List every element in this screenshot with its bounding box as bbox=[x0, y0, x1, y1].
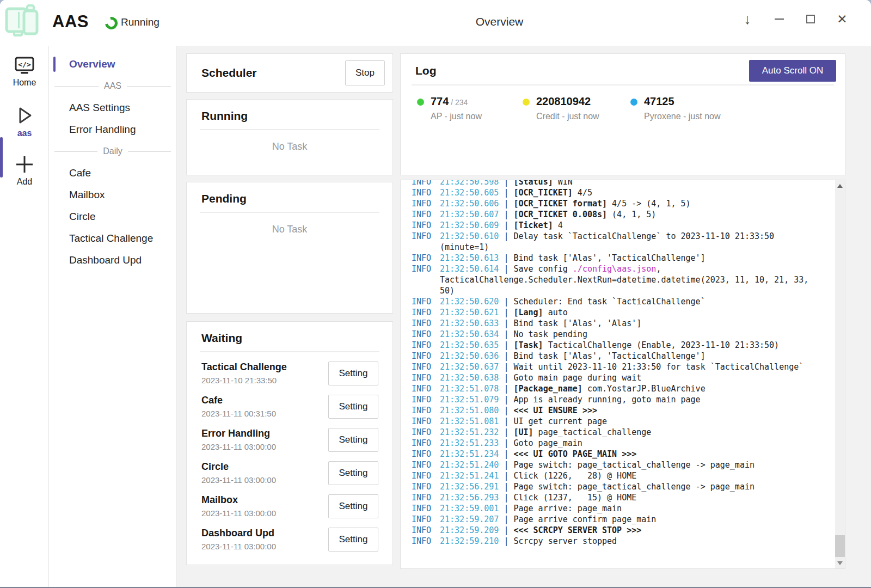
rail-item-add[interactable]: Add bbox=[0, 154, 49, 187]
pending-title: Pending bbox=[201, 192, 378, 205]
task-setting-button[interactable]: Setting bbox=[328, 362, 378, 385]
log-line: INFO21:32:51.232 | [UI] page_tactical_ch… bbox=[412, 427, 845, 438]
stat-ap: 774 / 234AP - just now bbox=[417, 95, 482, 121]
task-info: Circle2023-11-11 03:00:00 bbox=[201, 460, 276, 486]
log-level: INFO bbox=[412, 329, 440, 340]
log-level: INFO bbox=[412, 187, 440, 198]
log-segment: Click (1226, 28) @ HOME bbox=[513, 471, 636, 481]
maximize-icon[interactable] bbox=[803, 12, 818, 26]
stop-button[interactable]: Stop bbox=[345, 60, 385, 85]
task-setting-button[interactable]: Setting bbox=[328, 428, 378, 452]
log-scrollbar[interactable] bbox=[835, 180, 845, 568]
log-output[interactable]: INFO21:32:50.598 | [Status] WININFO21:32… bbox=[400, 180, 845, 569]
log-level: INFO bbox=[412, 209, 440, 220]
log-line: INFO21:32:50.613 | Bind task ['Alas', 'T… bbox=[412, 253, 845, 264]
log-separator: | bbox=[499, 253, 513, 263]
auto-scroll-button[interactable]: Auto Scroll ON bbox=[749, 60, 836, 82]
log-timestamp: 21:32:50.605 bbox=[440, 188, 499, 198]
log-segment: (4, 1, 5) bbox=[607, 210, 656, 219]
waiting-task-row-mailbox: Mailbox2023-11-11 03:00:00Setting bbox=[201, 489, 378, 523]
log-timestamp: 21:32:50.637 bbox=[440, 362, 499, 372]
stat-text: 774 / 234AP - just now bbox=[431, 95, 482, 121]
scroll-up-icon[interactable] bbox=[835, 181, 845, 190]
log-message: 21:32:50.606 | [OCR_TICKET format] 4/5 -… bbox=[440, 198, 810, 209]
scroll-down-icon[interactable] bbox=[835, 559, 845, 567]
log-lines: INFO21:32:50.598 | [Status] WININFO21:32… bbox=[412, 180, 845, 547]
log-level: INFO bbox=[412, 449, 440, 460]
task-setting-button[interactable]: Setting bbox=[328, 395, 378, 419]
task-setting-button[interactable]: Setting bbox=[328, 494, 378, 518]
log-timestamp: 21:32:51.233 bbox=[440, 438, 499, 448]
log-separator: | bbox=[499, 297, 513, 307]
log-timestamp: 21:32:59.209 bbox=[440, 525, 499, 535]
log-segment: <<< SCRCPY SERVER STOP >>> bbox=[513, 525, 641, 535]
log-segment: com.YostarJP.BlueArchive bbox=[582, 384, 706, 394]
log-timestamp: 21:32:50.598 bbox=[440, 180, 499, 187]
log-level: INFO bbox=[412, 220, 440, 231]
log-message: 21:32:51.080 | <<< UI ENSURE >>> bbox=[440, 405, 810, 416]
log-message: 21:32:50.614 | Save config ./config\aas.… bbox=[440, 264, 810, 296]
log-line: INFO21:32:50.636 | Bind task ['Alas', 'T… bbox=[412, 351, 845, 362]
rail-item-home[interactable]: </> Home bbox=[0, 56, 49, 88]
log-message: 21:32:56.293 | Click (1237, 15) @ HOME bbox=[440, 492, 810, 503]
close-icon[interactable]: ✕ bbox=[835, 12, 849, 26]
task-setting-button[interactable]: Setting bbox=[328, 528, 378, 552]
task-setting-button[interactable]: Setting bbox=[328, 461, 378, 485]
nav-item-tactical-challenge[interactable]: Tactical Challenge bbox=[49, 228, 176, 249]
waiting-task-row-error-handling: Error Handling2023-11-11 03:00:00Setting bbox=[201, 423, 378, 456]
minimize-icon[interactable] bbox=[772, 12, 786, 26]
running-empty-text: No Task bbox=[187, 141, 392, 152]
waiting-panel: Waiting Tactical Challenge2023-11-10 21:… bbox=[186, 321, 393, 565]
log-timestamp: 21:32:51.080 bbox=[440, 406, 499, 415]
log-separator: | bbox=[499, 264, 513, 274]
log-segment: Page switch: page_tactical_challenge -> … bbox=[513, 482, 755, 492]
nav-item-label: AAS Settings bbox=[69, 102, 130, 114]
log-separator: | bbox=[499, 329, 513, 339]
log-segment: Page switch: page_tactical_challenge -> … bbox=[513, 460, 755, 470]
nav-item-cafe[interactable]: Cafe bbox=[49, 162, 176, 184]
stat-dot-icon bbox=[630, 99, 637, 106]
waiting-task-row-cafe: Cafe2023-11-11 00:31:50Setting bbox=[201, 390, 378, 423]
log-level: INFO bbox=[412, 264, 440, 296]
log-level: INFO bbox=[412, 481, 440, 492]
nav-item-error-handling[interactable]: Error Handling bbox=[49, 119, 176, 140]
nav-item-label: Circle bbox=[69, 211, 96, 223]
log-message: 21:32:50.613 | Bind task ['Alas', 'Tacti… bbox=[440, 253, 810, 264]
nav-section-label: AAS bbox=[104, 81, 121, 91]
rail-item-aas[interactable]: aas bbox=[0, 104, 49, 138]
log-separator: | bbox=[499, 318, 513, 328]
log-message: 21:32:50.609 | [Ticket] 4 bbox=[440, 220, 810, 231]
log-message: 21:32:50.598 | [Status] WIN bbox=[440, 180, 810, 187]
log-line: INFO21:32:56.291 | Page switch: page_tac… bbox=[412, 481, 845, 492]
log-message: 21:32:56.291 | Page switch: page_tactica… bbox=[440, 481, 810, 492]
log-line: INFO21:32:51.241 | Click (1226, 28) @ HO… bbox=[412, 470, 845, 481]
log-message: 21:32:59.209 | <<< SCRCPY SERVER STOP >>… bbox=[440, 525, 810, 536]
log-separator: | bbox=[499, 362, 513, 372]
stat-dot-icon bbox=[417, 99, 424, 106]
log-level: INFO bbox=[412, 427, 440, 438]
pending-empty-text: No Task bbox=[187, 224, 392, 235]
task-info: Cafe2023-11-11 00:31:50 bbox=[201, 394, 276, 419]
app-window: AAS Running Overview ↓ ✕ </> Home aas bbox=[0, 0, 871, 588]
nav-item-aas-settings[interactable]: AAS Settings bbox=[49, 97, 176, 119]
log-line: INFO21:32:50.607 | [OCR_TICKET 0.008s] (… bbox=[412, 209, 845, 220]
log-message: 21:32:59.210 | Scrcpy server stopped bbox=[440, 536, 810, 547]
waiting-task-row-tactical-challenge: Tactical Challenge2023-11-10 21:33:50Set… bbox=[201, 357, 378, 390]
download-icon[interactable]: ↓ bbox=[740, 12, 755, 26]
nav-item-dashboard-upd[interactable]: Dashboard Upd bbox=[49, 249, 176, 271]
log-separator: | bbox=[499, 231, 513, 241]
task-nav: OverviewAASAAS SettingsError HandlingDai… bbox=[49, 46, 177, 587]
log-timestamp: 21:32:59.207 bbox=[440, 514, 499, 524]
nav-item-circle[interactable]: Circle bbox=[49, 206, 176, 228]
nav-section-daily: Daily bbox=[49, 140, 176, 162]
log-level: INFO bbox=[412, 394, 440, 405]
scrollbar-thumb[interactable] bbox=[835, 535, 845, 557]
nav-item-overview[interactable]: Overview bbox=[49, 53, 176, 75]
log-separator: | bbox=[499, 199, 513, 209]
log-timestamp: 21:32:51.234 bbox=[440, 449, 499, 459]
log-line: INFO21:32:59.001 | Page arrive: page_mai… bbox=[412, 503, 845, 514]
log-timestamp: 21:32:51.081 bbox=[440, 416, 499, 426]
log-separator: | bbox=[499, 351, 513, 361]
log-message: 21:32:50.621 | [Lang] auto bbox=[440, 307, 810, 318]
nav-item-mailbox[interactable]: Mailbox bbox=[49, 184, 176, 206]
